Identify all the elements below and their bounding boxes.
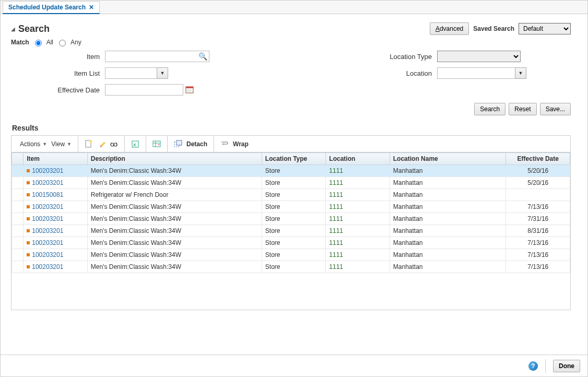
item-link[interactable]: 100203201 bbox=[32, 203, 63, 210]
table-row[interactable]: 100203201Men's Denim:Classic Wash:34WSto… bbox=[12, 165, 570, 177]
table-row[interactable]: 100203201Men's Denim:Classic Wash:34WSto… bbox=[12, 237, 570, 249]
item-dot-icon bbox=[27, 253, 30, 256]
location-input[interactable] bbox=[437, 67, 515, 79]
location-link[interactable]: 1111 bbox=[329, 167, 343, 174]
svg-marker-19 bbox=[222, 143, 224, 145]
results-heading: Results bbox=[12, 124, 571, 132]
search-right-controls: Advanced Saved Search Default bbox=[430, 22, 571, 35]
table-row[interactable]: 100203201Men's Denim:Classic Wash:34WSto… bbox=[12, 201, 570, 213]
match-any-radio[interactable] bbox=[59, 40, 66, 46]
item-input[interactable] bbox=[105, 51, 209, 62]
actions-menu[interactable]: Actions▼ bbox=[18, 139, 49, 149]
col-effective-date[interactable]: Effective Date bbox=[506, 153, 570, 165]
col-location-type[interactable]: Location Type bbox=[262, 153, 325, 165]
table-row[interactable]: 100203201Men's Denim:Classic Wash:34WSto… bbox=[12, 249, 570, 261]
advanced-label-rest: dvanced bbox=[440, 25, 463, 32]
detach-button[interactable]: Detach bbox=[172, 139, 209, 149]
cell-description: Men's Denim:Classic Wash:34W bbox=[87, 165, 262, 177]
wrap-button[interactable]: Wrap bbox=[218, 139, 251, 149]
cell-description: Men's Denim:Classic Wash:34W bbox=[87, 237, 262, 249]
item-link[interactable]: 100203201 bbox=[32, 239, 63, 246]
tab-bar: Scheduled Update Search ✕ bbox=[1, 1, 587, 14]
cell-location-name: Manhattan bbox=[390, 189, 506, 201]
row-location-type: Location Type bbox=[301, 51, 571, 62]
location-link[interactable]: 1111 bbox=[329, 251, 343, 258]
item-link[interactable]: 100203201 bbox=[32, 215, 63, 222]
location-link[interactable]: 1111 bbox=[329, 239, 343, 246]
tab-scheduled-update-search[interactable]: Scheduled Update Search ✕ bbox=[3, 1, 100, 14]
match-all-radio[interactable] bbox=[35, 40, 42, 46]
cell-location-type: Store bbox=[262, 261, 325, 273]
table-row[interactable]: 100203201Men's Denim:Classic Wash:34WSto… bbox=[12, 261, 570, 273]
effective-date-input[interactable] bbox=[105, 84, 183, 96]
view-menu[interactable]: View▼ bbox=[49, 139, 74, 149]
item-link[interactable]: 100150081 bbox=[32, 191, 63, 198]
table-row[interactable]: 100203201Men's Denim:Classic Wash:34WSto… bbox=[12, 225, 570, 237]
row-effective-date: Effective Date bbox=[11, 84, 280, 96]
item-list-dropdown-button[interactable]: ▼ bbox=[157, 67, 168, 79]
search-icon[interactable]: 🔍 bbox=[198, 52, 207, 61]
location-link[interactable]: 1111 bbox=[329, 203, 343, 210]
location-link[interactable]: 1111 bbox=[329, 227, 343, 234]
table-settings-icon[interactable] bbox=[150, 139, 163, 149]
cell-location-type: Store bbox=[262, 225, 325, 237]
col-item[interactable]: Item bbox=[23, 153, 87, 165]
col-description[interactable]: Description bbox=[87, 153, 262, 165]
collapse-icon[interactable]: ◢ bbox=[11, 26, 15, 32]
glasses-icon[interactable] bbox=[108, 139, 120, 149]
edit-icon[interactable] bbox=[95, 139, 108, 149]
cell-location-type: Store bbox=[262, 201, 325, 213]
item-link[interactable]: 100203201 bbox=[32, 227, 63, 234]
item-dot-icon bbox=[27, 265, 30, 268]
match-any-label[interactable]: Any bbox=[70, 39, 81, 46]
location-link[interactable]: 1111 bbox=[329, 191, 343, 198]
item-list-input[interactable] bbox=[105, 67, 157, 79]
close-icon[interactable]: ✕ bbox=[89, 4, 94, 11]
results-table-wrap: Item Description Location Type Location … bbox=[11, 152, 571, 310]
match-row: Match All Any bbox=[11, 38, 571, 46]
location-link[interactable]: 1111 bbox=[329, 263, 343, 270]
location-label: Location bbox=[301, 69, 437, 77]
help-icon[interactable]: ? bbox=[528, 361, 538, 371]
item-dot-icon bbox=[27, 205, 30, 208]
saved-search-select[interactable]: Default bbox=[519, 23, 571, 34]
item-link[interactable]: 100203201 bbox=[32, 251, 63, 258]
done-button[interactable]: Done bbox=[553, 360, 580, 372]
location-link[interactable]: 1111 bbox=[329, 179, 343, 186]
table-header-row: Item Description Location Type Location … bbox=[12, 153, 570, 165]
item-list-label: Item List bbox=[11, 69, 105, 77]
export-icon[interactable]: X bbox=[129, 139, 142, 149]
advanced-button[interactable]: Advanced bbox=[430, 22, 469, 35]
cell-effective-date: 7/13/16 bbox=[506, 261, 570, 273]
col-location-name[interactable]: Location Name bbox=[390, 153, 506, 165]
item-link[interactable]: 100203201 bbox=[32, 263, 63, 270]
cell-description: Men's Denim:Classic Wash:34W bbox=[87, 261, 262, 273]
item-link[interactable]: 100203201 bbox=[32, 179, 63, 186]
table-empty-area bbox=[11, 273, 570, 310]
item-input-wrap: 🔍 bbox=[105, 51, 209, 62]
location-dropdown-button[interactable]: ▼ bbox=[515, 67, 526, 79]
item-link[interactable]: 100203201 bbox=[32, 167, 63, 174]
search-heading: Search bbox=[18, 23, 50, 34]
reset-button[interactable]: Reset bbox=[509, 103, 536, 115]
calendar-icon[interactable] bbox=[185, 86, 194, 94]
location-link[interactable]: 1111 bbox=[329, 215, 343, 222]
table-row[interactable]: 100203201Men's Denim:Classic Wash:34WSto… bbox=[12, 213, 570, 225]
col-location[interactable]: Location bbox=[326, 153, 390, 165]
cell-description: Men's Denim:Classic Wash:34W bbox=[87, 177, 262, 189]
svg-rect-14 bbox=[153, 141, 160, 147]
location-type-select[interactable] bbox=[437, 51, 521, 62]
table-row[interactable]: 100203201Men's Denim:Classic Wash:34WSto… bbox=[12, 177, 570, 189]
match-all-label[interactable]: All bbox=[46, 39, 53, 46]
content-pane: ◢ Search Advanced Saved Search Default M… bbox=[1, 14, 581, 355]
footer-divider bbox=[545, 359, 546, 373]
cell-location-name: Manhattan bbox=[390, 249, 506, 261]
save-button[interactable]: Save... bbox=[540, 103, 571, 115]
search-button[interactable]: Search bbox=[474, 103, 505, 115]
cell-location-name: Manhattan bbox=[390, 213, 506, 225]
cell-effective-date: 7/13/16 bbox=[506, 237, 570, 249]
table-row[interactable]: 100150081Refrigerator w/ French DoorStor… bbox=[12, 189, 570, 201]
new-icon[interactable] bbox=[83, 139, 95, 149]
cell-effective-date: 7/31/16 bbox=[506, 213, 570, 225]
svg-rect-18 bbox=[177, 140, 182, 145]
